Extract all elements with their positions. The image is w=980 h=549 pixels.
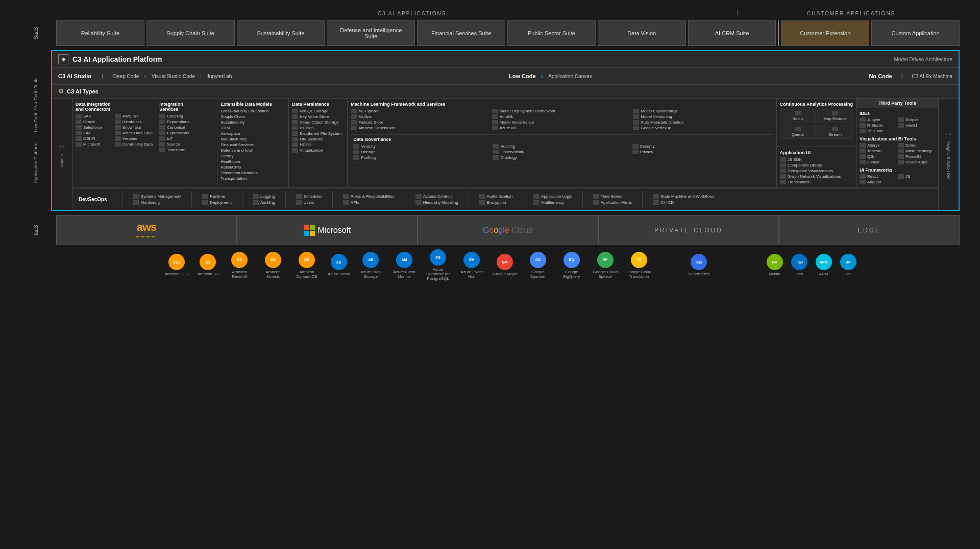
item-retail: Retail/CPG (220, 165, 285, 170)
item-stream: Stream (817, 125, 853, 139)
item-cross-industry: Cross-Industry Foundation (220, 109, 285, 113)
logo-intel: Intel Intel (791, 254, 807, 276)
data-persistence-block: Data Persistence NoSQL Storage Key Value… (289, 99, 348, 187)
jupyter-label: JupyterLab (207, 74, 232, 79)
logo-amazon-redshift: RS Amazon Redshift (227, 252, 252, 279)
item-observability: Observability (493, 150, 631, 154)
item-react: React (860, 174, 897, 179)
devs-sep2 (191, 192, 192, 207)
item-jupyter-tpt: Jupyter (860, 117, 897, 122)
app-canvas-label: Application Canvas (548, 74, 592, 79)
saas-app-public[interactable]: Public Sector Suite (507, 20, 596, 46)
top-grid: Data Integrationand Connectors SAP AWS I… (72, 99, 938, 188)
application-ui-block: Application UI JS SDK Component Library … (777, 147, 856, 187)
ca-items: Batch Map Reduce Queue (780, 109, 853, 139)
item-virt: Virtualization (292, 148, 344, 153)
item-domo: Domo (898, 143, 935, 148)
item-veracity: Veracity (353, 144, 492, 149)
item-app-alerts: Application Alerts (593, 200, 632, 205)
lowcode-side-label: Low Code / No Code Tools (33, 78, 38, 132)
item-graph-network: Graph Network Visualizations (780, 174, 853, 179)
item-systems-mgmt: Systems Management (133, 194, 182, 199)
data-integration-title: Data Integrationand Connectors (76, 102, 153, 112)
devs-sep3 (242, 192, 242, 207)
logo-azure-monitor: AM Azure Event Monitor (391, 252, 417, 279)
item-ml-pipeline: ML Pipeline (351, 109, 491, 113)
item-alteryx: Alteryx (860, 143, 897, 148)
integration-services-title: IntegrationServices (159, 102, 214, 112)
section-headers: C3 AI APPLICATIONS CUSTOMER APPLICATIONS (20, 10, 960, 16)
provider-google: Google Cloud (418, 215, 598, 245)
item-multitenancy: Multitenancy (533, 200, 572, 205)
item-supply-chain-m: Supply Chain (220, 114, 285, 119)
item-azure-dl: Azure Data Lake (115, 131, 153, 135)
low-code-label: Low Code (509, 73, 536, 79)
iaas-providers: aws ━━━━ Microsoft Google (56, 215, 960, 245)
logo-kubernetes: K8s Kubernetes (689, 254, 709, 276)
app-platform-side-label: Application Platform (33, 142, 38, 183)
item-commodity: Commodity Data (115, 142, 153, 147)
saas-app-defense[interactable]: Defense and Intelligence Suite (327, 20, 415, 46)
item-encryption: Encryption (479, 200, 513, 205)
saas-app-custom[interactable]: Custom Application (871, 20, 960, 46)
item-angular: Angular (860, 180, 897, 184)
ms-logo: Microsoft (304, 225, 351, 236)
item-source: Source (159, 142, 214, 147)
item-snowflake: Snowflake (115, 125, 153, 130)
tools-row: C3 AI Studio | Deep Code › Visual Studio… (52, 68, 959, 85)
saas-app-sustainability[interactable]: Sustainability Suite (237, 20, 325, 46)
saas-app-supply-chain[interactable]: Supply Chain Suite (146, 20, 235, 46)
devs-group-timeseries: Time Series Application Alerts (593, 194, 632, 205)
item-cicd: CI / CD (653, 200, 715, 205)
continuous-analytics-block: Continuous Analytics Processing Batch Ma… (777, 99, 856, 147)
logo-amazon-s3: S3 Amazon S3 (198, 254, 218, 276)
logo-google-bigquery: BQ Google BigQuery (559, 252, 584, 279)
saas-app-ai-crm[interactable]: AI CRM Suite (688, 20, 776, 46)
item-intellij: IntelliJ (898, 123, 935, 128)
integration-services-block: IntegrationServices Cleaning Exploration… (156, 99, 217, 187)
logo-azure-stack: AS Azure Stack (328, 254, 350, 276)
devs-group-state: State Machine and Workflows CI / CD (653, 194, 715, 205)
devs-sep10 (642, 192, 643, 207)
item-logging: Logging (253, 194, 275, 199)
item-component-lib: Component Library (780, 163, 853, 168)
item-js-sdk: JS SDK (780, 157, 853, 162)
item-auto-meta: Auto Metadata Creation (633, 120, 773, 125)
item-access-ctrl: Access Controls (415, 194, 458, 199)
devs-sep6 (405, 192, 405, 207)
item-authentication: Authentication (479, 194, 513, 199)
item-microsoft: Microsoft (76, 142, 114, 147)
ui-framework-items: React JS Angular (860, 174, 935, 184)
item-cloud-obj: Cloud Object Storage (292, 120, 344, 125)
item-profiling: Profiling (353, 155, 492, 160)
edge-label: EDGE (857, 227, 881, 234)
iaas-row: IaaS aws ━━━━ Microsoft (20, 215, 960, 245)
logo-arm: ARM ARM (816, 254, 832, 276)
devs-group-roles: Roles & Responsibilities APIs (343, 194, 395, 205)
saas-app-reliability[interactable]: Reliability Suite (56, 20, 144, 46)
item-vscode-tpt: VS Code (860, 129, 897, 133)
item-hdfs: HDFS (292, 142, 344, 147)
item-dist-fs: Distributed File System (292, 131, 344, 136)
saas-app-data-vision[interactable]: Data Vision (598, 20, 686, 46)
viz-bi-items: Alteryx Domo Tableau Micro Strategy Qlik… (860, 143, 935, 164)
data-integration-block: Data Integrationand Connectors SAP AWS I… (72, 99, 156, 187)
app-ui-items: JS SDK Component Library Geospatial Visu… (780, 157, 853, 184)
devs-group-runtime: Runtime Deployment (202, 194, 232, 205)
item-powerbi: PowerBI (898, 154, 935, 159)
provider-aws: aws ━━━━ (56, 215, 237, 245)
data-persistence-title: Data Persistence (292, 102, 344, 107)
insights-label: Insights & Action Out (946, 141, 951, 179)
aws-logo: aws ━━━━ (136, 221, 157, 240)
saas-app-financial[interactable]: Financial Services Suite (417, 20, 505, 46)
item-model-version: Model Versioning (633, 114, 773, 119)
saas-app-customer-ext[interactable]: Customer Extension (781, 20, 869, 46)
devs-group-access: Access Controls Hierarchy Modeling (415, 194, 458, 205)
page-wrapper: C3 AI APPLICATIONS CUSTOMER APPLICATIONS… (0, 0, 980, 291)
provider-microsoft: Microsoft (237, 215, 418, 245)
item-nosql: NoSQL Storage (292, 109, 344, 113)
item-financial-s: Financial Services (220, 142, 285, 147)
devs-group-logging: Logging Auditing (253, 194, 275, 205)
item-telecom: Telecommunications (220, 171, 285, 175)
grid-content: Data Integrationand Connectors SAP AWS I… (72, 99, 938, 210)
